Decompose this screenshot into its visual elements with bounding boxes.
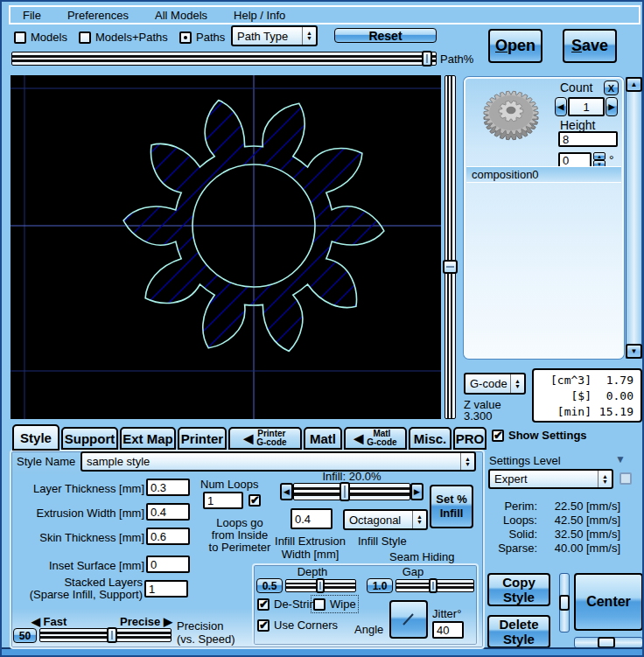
left-arrow-icon: ◀ bbox=[284, 487, 290, 496]
jitter-input[interactable] bbox=[432, 621, 464, 639]
path-type-dropdown[interactable]: Path Type bbox=[231, 25, 318, 46]
num-loops-input[interactable] bbox=[203, 492, 243, 509]
collapse-icon[interactable]: ▼ bbox=[615, 453, 626, 465]
checkbox-box bbox=[313, 598, 326, 611]
save-button[interactable]: Save bbox=[563, 29, 617, 63]
infill-extrusion-width-input[interactable] bbox=[290, 508, 332, 529]
menu-item-help-info[interactable]: Help / Info bbox=[234, 9, 285, 22]
delete-style-button[interactable]: Delete Style bbox=[487, 615, 550, 648]
style-list-scrollbar[interactable] bbox=[559, 573, 570, 633]
tab-printer-gcode[interactable]: ◀ PrinterG-code bbox=[228, 427, 302, 450]
seam-gap-label: Gap bbox=[387, 565, 439, 578]
down-arrow-icon: ▼ bbox=[631, 347, 638, 355]
precision-slider-thumb[interactable] bbox=[107, 627, 117, 643]
angle-label: Angle bbox=[354, 623, 383, 636]
layer-thickness-input[interactable] bbox=[146, 479, 190, 496]
paths-radio[interactable]: Paths bbox=[179, 31, 225, 44]
spinner-up-button[interactable]: ▲ bbox=[593, 152, 606, 160]
preview-canvas[interactable] bbox=[10, 75, 441, 419]
infill-decrement-button[interactable]: ◀ bbox=[280, 483, 293, 500]
composition-name: composition0 bbox=[472, 168, 539, 181]
speed-value: 32.50 [mm/s] bbox=[542, 528, 620, 541]
extrusion-width-input[interactable] bbox=[146, 503, 190, 521]
path-percent-slider-thumb[interactable] bbox=[422, 51, 432, 66]
menu-item-all-models[interactable]: All Models bbox=[155, 9, 207, 22]
count-decrement-button[interactable]: ◀ bbox=[555, 97, 567, 116]
seam-gap-slider-thumb[interactable] bbox=[429, 578, 438, 593]
composition-thumbnail[interactable] bbox=[469, 84, 553, 145]
seam-gap-slider[interactable] bbox=[396, 579, 474, 592]
updown-icon bbox=[302, 27, 316, 45]
speed-label: Solid: bbox=[488, 528, 537, 541]
style-name-value: sample style bbox=[87, 455, 460, 468]
seam-depth-slider-thumb[interactable] bbox=[316, 578, 325, 593]
infill-increment-button[interactable]: ▶ bbox=[410, 483, 424, 500]
layer-slider-thumb[interactable] bbox=[443, 260, 458, 274]
tab-misc[interactable]: Misc. bbox=[409, 427, 452, 450]
count-increment-button[interactable]: ▶ bbox=[606, 97, 618, 116]
close-icon[interactable]: X bbox=[604, 80, 619, 95]
composition-scrollbar[interactable] bbox=[626, 77, 642, 359]
count-value: 1 bbox=[568, 97, 605, 116]
skin-thickness-input[interactable] bbox=[146, 528, 190, 545]
seam-gap-value[interactable]: 1.0 bbox=[367, 578, 393, 593]
seam-depth-value[interactable]: 0.5 bbox=[256, 578, 283, 593]
scroll-up-button[interactable]: ▲ bbox=[626, 77, 642, 92]
center-button[interactable]: Center bbox=[574, 573, 643, 631]
tab-style[interactable]: Style bbox=[12, 424, 60, 451]
infill-style-dropdown[interactable]: Octagonal bbox=[343, 509, 428, 530]
path-percent-slider[interactable] bbox=[11, 52, 437, 66]
precision-sublabel: (vs. Speed) bbox=[177, 633, 247, 646]
show-settings-checkbox[interactable]: Show Settings bbox=[492, 429, 587, 442]
stacked-layers-input[interactable] bbox=[144, 580, 188, 598]
scroll-down-button[interactable]: ▼ bbox=[626, 344, 642, 359]
output-type-dropdown[interactable]: G-code bbox=[464, 373, 526, 395]
composition-item[interactable]: composition0 bbox=[466, 166, 621, 183]
height-input[interactable] bbox=[558, 131, 618, 147]
wipe-checkbox[interactable]: Wipe bbox=[313, 598, 356, 611]
up-arrow-icon: ▲ bbox=[597, 154, 602, 159]
count-label: Count bbox=[560, 80, 592, 94]
tab-support[interactable]: Support bbox=[61, 427, 118, 450]
tab-ext-map[interactable]: Ext Map bbox=[120, 427, 176, 450]
copy-style-button[interactable]: Copy Style bbox=[487, 573, 550, 606]
infill-slider[interactable]: ◀ ▶ bbox=[280, 483, 424, 500]
models-checkbox[interactable]: Models bbox=[14, 31, 67, 44]
left-arrow-icon: ◀ bbox=[558, 102, 564, 111]
checkbox-box bbox=[257, 619, 270, 632]
tab-printer[interactable]: Printer bbox=[178, 427, 227, 450]
open-button[interactable]: Open bbox=[488, 29, 542, 63]
scrollbar-thumb[interactable] bbox=[559, 595, 570, 611]
tab-matl[interactable]: Matl bbox=[304, 427, 342, 450]
infill-slider-thumb[interactable] bbox=[340, 482, 350, 501]
tab-pro[interactable]: PRO bbox=[453, 427, 486, 450]
app-window: File Preferences All Models Help / Info … bbox=[0, 0, 644, 657]
speed-label: Sparse: bbox=[488, 542, 537, 555]
layer-thickness-label: Layer Thickness [mm] bbox=[9, 482, 144, 495]
speed-value: 40.00 [mm/s] bbox=[542, 542, 620, 555]
reset-button[interactable]: Reset bbox=[334, 28, 437, 43]
models-paths-checkbox[interactable]: Models+Paths bbox=[79, 31, 168, 44]
checkbox-box bbox=[492, 430, 504, 442]
angle-button[interactable] bbox=[389, 600, 428, 639]
style-name-dropdown[interactable]: sample style bbox=[80, 451, 476, 472]
updown-icon bbox=[412, 511, 426, 528]
seam-depth-slider[interactable] bbox=[285, 579, 356, 592]
menu-item-preferences[interactable]: Preferences bbox=[67, 9, 129, 22]
inset-surface-input[interactable] bbox=[146, 556, 190, 573]
aux-checkbox[interactable] bbox=[620, 472, 632, 485]
precision-slider[interactable] bbox=[39, 628, 172, 642]
settings-level-dropdown[interactable]: Expert bbox=[488, 469, 613, 489]
destring-checkbox[interactable]: De-String bbox=[257, 598, 322, 611]
use-corners-checkbox[interactable]: Use Corners bbox=[257, 619, 338, 632]
precision-value[interactable]: 50 bbox=[13, 628, 37, 643]
updown-icon bbox=[598, 471, 612, 487]
stat-value: 1.79 bbox=[592, 374, 634, 387]
inset-surface-label: Inset Surface [mm] bbox=[9, 559, 144, 572]
seam-hiding-label: Seam Hiding bbox=[389, 550, 454, 563]
layer-slider[interactable] bbox=[444, 75, 456, 419]
tab-matl-gcode[interactable]: ◀ MatlG-code bbox=[344, 427, 407, 450]
extrusion-width-label: Extrusion Width [mm] bbox=[9, 507, 144, 520]
menu-item-file[interactable]: File bbox=[23, 9, 41, 22]
num-loops-checkbox[interactable] bbox=[248, 494, 261, 507]
